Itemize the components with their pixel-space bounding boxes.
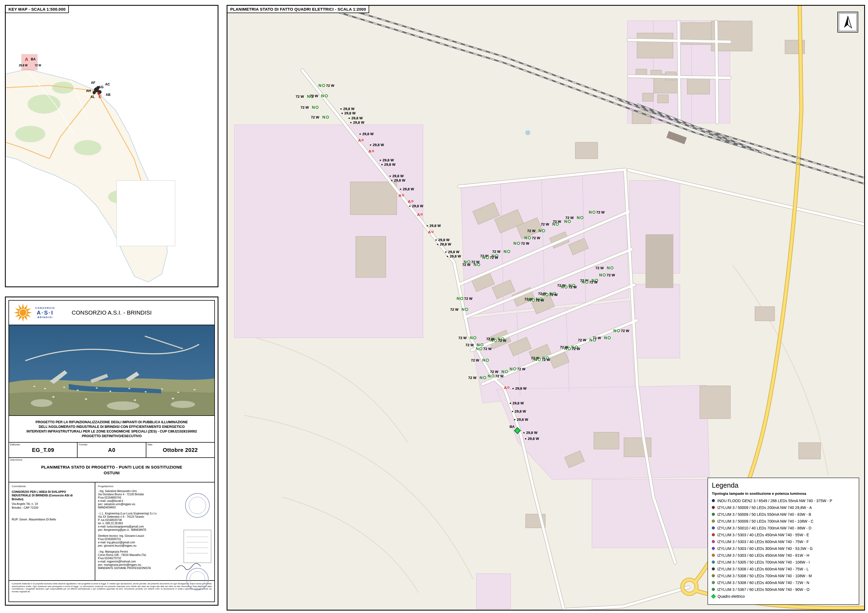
- titleblock-panel: CONSORZIO A·S·I BRINDISI CONSORZIO A.S.I…: [5, 296, 219, 606]
- svg-text:29,8 W: 29,8 W: [392, 174, 404, 178]
- svg-text:72 W: 72 W: [311, 115, 319, 119]
- committente-lines: Via Angelo Titi, n. 19Brindisi - CAP 721…: [12, 502, 92, 509]
- svg-text:29,8 W: 29,8 W: [373, 143, 384, 147]
- legend-item: IZYLUM 3 / 5305 / 50 LEDs 700mA NW 740 -…: [712, 559, 855, 565]
- keymap-annotation: BA: [31, 57, 36, 61]
- organization-name: CONSORZIO A.S.I. - BRINDISI: [69, 309, 214, 316]
- keymap-annotation: AG: [99, 85, 104, 89]
- svg-text:72 W: 72 W: [498, 338, 507, 343]
- svg-text:N: N: [457, 296, 460, 301]
- keymap-panel: KEY MAP - SCALA 1:500.000: [5, 5, 219, 287]
- svg-text:29,8 W: 29,8 W: [515, 409, 526, 413]
- drawing-sheet: KEY MAP - SCALA 1:500.000: [0, 0, 868, 613]
- keymap-title: KEY MAP - SCALA 1:500.000: [6, 6, 69, 13]
- lamp-marker-N: N72 W: [457, 296, 473, 301]
- svg-text:72 W: 72 W: [459, 336, 467, 340]
- legend-item: IZYLUM 3 / 5303 / 60 LEDs 450mA NW 740 -…: [712, 552, 855, 559]
- svg-text:N: N: [534, 357, 537, 362]
- svg-text:N: N: [528, 298, 531, 302]
- committente-rup: RUP: Geom. Massimiliano Di Bello: [12, 518, 92, 521]
- description-label: Descrizione: [10, 458, 22, 461]
- svg-text:72 W: 72 W: [296, 95, 304, 99]
- svg-text:29,8 W: 29,8 W: [384, 163, 396, 166]
- legend-item-label: IZYLUM 3 / 5303 / 40 LEDs 450mA NW 740 -…: [717, 533, 809, 537]
- committente-cell: Committente: CONSORZIO PER L'AREA DI SVI…: [9, 483, 95, 580]
- svg-text:N: N: [564, 346, 567, 351]
- svg-text:BA: BA: [510, 425, 515, 429]
- svg-text:72 W: 72 W: [541, 222, 549, 227]
- keymap-highlight-square: [22, 54, 37, 70]
- lamp-marker-N: N72 W: [564, 346, 580, 351]
- svg-text:72 W: 72 W: [572, 347, 580, 351]
- keymap-annotation: AF: [91, 81, 95, 85]
- svg-text:N: N: [490, 338, 493, 343]
- legend-color-dot: [712, 506, 715, 509]
- legend-color-dot: [712, 520, 715, 523]
- svg-text:N: N: [589, 337, 592, 342]
- aerial-photo-svg: [9, 325, 214, 415]
- svg-text:72 W: 72 W: [495, 374, 504, 378]
- svg-text:72 W: 72 W: [536, 298, 544, 302]
- svg-text:29,8 W: 29,8 W: [515, 386, 527, 391]
- svg-text:72 W: 72 W: [492, 250, 501, 254]
- svg-text:29,8 W: 29,8 W: [362, 132, 374, 136]
- svg-text:72 W: 72 W: [589, 280, 598, 284]
- svg-text:72 W: 72 W: [595, 266, 604, 270]
- aerial-photo: [9, 325, 214, 416]
- svg-text:29,8 W: 29,8 W: [528, 437, 539, 441]
- north-arrow-inner: [839, 13, 857, 31]
- keymap-inset-blank: [116, 180, 175, 246]
- legend-item: IZYLUM 3 / 50009 / 50 LEDs 700mA NW 740 …: [712, 518, 855, 525]
- lamp-marker-N: N72 W: [613, 328, 629, 333]
- svg-text:72 W: 72 W: [301, 106, 309, 110]
- meta-data-label: Data: [147, 443, 152, 446]
- asi-logo-text: CONSORZIO A·S·I BRINDISI: [35, 307, 55, 319]
- logo-mid-label: A·S·I: [37, 310, 54, 316]
- committente-label: Committente:: [12, 485, 92, 489]
- legend-item-label: IZYLUM 3 / 5303 / 40 LEDs 600mA NW 740 -…: [717, 540, 809, 544]
- svg-text:N: N: [476, 346, 479, 351]
- svg-text:A: A: [417, 212, 420, 217]
- asi-logo: CONSORZIO A·S·I BRINDISI: [9, 303, 69, 323]
- svg-text:29,8 W: 29,8 W: [343, 107, 355, 111]
- north-arrow: [837, 12, 858, 33]
- svg-text:N: N: [513, 241, 516, 245]
- lamp-marker-N: N72 W: [476, 346, 492, 351]
- svg-text:72 W: 72 W: [326, 84, 335, 88]
- legend-item: IZYLUM 3 / 5303 / 40 LEDs 450mA NW 740 -…: [712, 531, 855, 538]
- lamp-marker-N: N72 W: [488, 374, 504, 378]
- legend-color-dot: [712, 588, 715, 591]
- svg-text:29,8 W: 29,8 W: [412, 204, 423, 208]
- meta-formato: Formato A0: [78, 442, 146, 457]
- svg-text:N: N: [524, 235, 527, 240]
- lamp-marker-N: N72 W: [510, 366, 525, 371]
- legend-color-dot: [712, 560, 715, 563]
- keymap-annotation: AB: [106, 93, 111, 97]
- signature-squiggle: [175, 563, 201, 570]
- legend-item-label: IZYLUM 3 / 5305 / 50 LEDs 700mA NW 740 -…: [717, 560, 809, 564]
- svg-text:29,8 W: 29,8 W: [403, 187, 414, 191]
- lamp-marker-N: N72 W: [561, 284, 577, 289]
- keymap-annotation: AL: [90, 95, 95, 99]
- svg-text:29,8 W: 29,8 W: [517, 417, 529, 422]
- keymap-annotation: A: [25, 57, 28, 62]
- svg-text:N: N: [470, 335, 473, 340]
- lamp-marker-N: N72 W: [524, 235, 540, 240]
- svg-text:72 W: 72 W: [471, 358, 479, 362]
- meta-data-value: Ottobre 2022: [163, 447, 198, 453]
- legend-item-label: IZYLUM 3 / 5303 / 60 LEDs 450mA NW 740 -…: [717, 553, 809, 557]
- svg-text:72 W: 72 W: [483, 347, 492, 351]
- legend-item-label: IZYLUM 3 / 5308 / 60 LEDs 400mA NW 740 -…: [717, 580, 809, 585]
- sun-logo-icon: [13, 303, 33, 323]
- mainmap-title: PLANIMETRIA STATO DI FATTO QUADRI ELETTR…: [228, 6, 369, 13]
- svg-text:29,8 W: 29,8 W: [513, 401, 524, 405]
- svg-text:N: N: [321, 93, 324, 98]
- description-line-2: OSTUNI: [9, 470, 214, 475]
- svg-text:72 W: 72 W: [621, 329, 629, 333]
- lamp-marker-N: N72 W: [599, 273, 615, 277]
- logo-bottom-label: BRINDISI: [38, 316, 53, 319]
- svg-text:N: N: [463, 259, 467, 264]
- project-title-line: DELL'AGGLOMERATO INDUSTRIALE DI BRINDISI…: [9, 425, 214, 429]
- legend-quadro-label: Quadro elettrico: [718, 594, 745, 599]
- svg-text:N: N: [564, 219, 567, 223]
